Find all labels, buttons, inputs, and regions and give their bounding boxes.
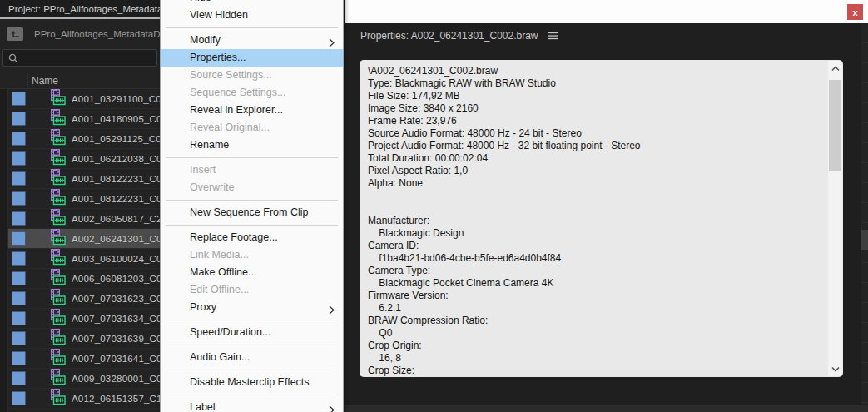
clip-row[interactable]: A001_05291125_C00: [8, 129, 160, 149]
properties-panel: Properties: A002_06241301_C002.braw \A00…: [345, 23, 861, 405]
search-input[interactable]: [23, 52, 140, 64]
clip-name: A001_08122231_C00: [72, 174, 160, 184]
clip-label-color: [12, 291, 26, 305]
search-box[interactable]: [2, 49, 157, 67]
av-clip-icon: [48, 309, 67, 329]
clip-row[interactable]: A007_07031634_C00: [8, 309, 160, 329]
menu-item[interactable]: Properties...: [161, 49, 343, 67]
menu-item[interactable]: Proxy: [161, 299, 343, 316]
menu-item[interactable]: Modify: [161, 32, 343, 49]
clip-row[interactable]: A003_06100024_C01: [8, 249, 160, 269]
clip-row[interactable]: A001_08122231_C00: [8, 169, 160, 189]
menu-item-label: Overwrite: [190, 181, 234, 193]
clip-label-color: [12, 271, 26, 285]
clip-name: A001_03291100_C00: [72, 94, 160, 104]
menu-item[interactable]: Make Offline...: [161, 264, 343, 281]
list-column-headers: Name: [0, 73, 160, 89]
menu-item-label: Properties...: [190, 52, 246, 63]
menu-item[interactable]: New Sequence From Clip: [161, 204, 343, 221]
clip-name: A007_07031623_C00: [72, 294, 160, 304]
menu-item[interactable]: Replace Footage...: [161, 229, 343, 246]
clip-row[interactable]: A001_06212038_C04: [8, 149, 160, 169]
project-tab[interactable]: Project: PPro_Allfootages_MetadataD: [8, 4, 160, 14]
clip-row[interactable]: A007_07031639_C00: [8, 329, 160, 349]
av-clip-icon: [48, 389, 67, 409]
menu-item-label: Insert: [190, 164, 216, 176]
clip-row[interactable]: A007_07031623_C00: [8, 289, 160, 309]
clip-label-color: [12, 231, 26, 246]
clip-row[interactable]: A001_08122231_C00: [8, 189, 160, 209]
app-window: Project: PPro_Allfootages_MetadataD PPro…: [0, 0, 868, 412]
menu-separator: [166, 370, 338, 370]
menu-item-label: Disable Masterclip Effects: [190, 376, 310, 388]
close-button[interactable]: x: [847, 4, 863, 20]
clip-name: A003_06100024_C01: [72, 254, 160, 264]
menu-separator: [166, 395, 338, 395]
scroll-down-icon[interactable]: [828, 362, 842, 375]
project-panel: Project: PPro_Allfootages_MetadataD PPro…: [0, 0, 160, 412]
av-clip-icon: [48, 249, 67, 269]
menu-item[interactable]: Hide: [161, 0, 343, 7]
clip-label-color: [12, 371, 26, 385]
clip-label-color: [12, 112, 26, 126]
submenu-arrow-icon: [329, 303, 335, 320]
clip-label-color: [12, 311, 26, 325]
av-clip-icon: [48, 209, 67, 229]
submenu-arrow-icon: [329, 403, 335, 412]
menu-item[interactable]: Rename: [161, 137, 343, 154]
menu-item[interactable]: Label: [161, 399, 343, 412]
navigate-up-icon: [10, 30, 20, 38]
menu-item[interactable]: Speed/Duration...: [161, 324, 343, 341]
clip-name: A006_06081203_C02: [72, 274, 160, 284]
menu-item[interactable]: Audio Gain...: [161, 349, 343, 366]
menu-item-label: Edit Offline...: [190, 284, 249, 295]
active-tab-underline: [0, 17, 160, 19]
clip-row[interactable]: A007_07031641_C00: [8, 349, 160, 369]
av-clip-icon: [48, 289, 67, 309]
menu-item[interactable]: View Hidden: [161, 7, 343, 24]
navigate-up-button[interactable]: [7, 27, 23, 41]
menu-item[interactable]: Reveal in Explorer...: [161, 102, 343, 119]
av-clip-icon: [48, 269, 67, 289]
properties-titlebar[interactable]: x: [345, 0, 868, 23]
scroll-up-icon[interactable]: [828, 62, 842, 75]
properties-title: Properties: A002_06241301_C002.braw: [360, 30, 538, 42]
clip-row[interactable]: A009_03280001_C00: [8, 369, 160, 389]
scrollbar[interactable]: [828, 61, 842, 376]
menu-item-label: Reveal in Explorer...: [190, 104, 283, 116]
menu-item: Link Media...: [161, 246, 343, 264]
clip-row[interactable]: A002_06241301_C00: [8, 229, 160, 249]
clip-row[interactable]: A001_04180905_C00: [8, 109, 160, 129]
clip-row[interactable]: A001_03291100_C00: [8, 89, 160, 109]
menu-separator: [166, 320, 338, 320]
av-clip-icon: [48, 129, 67, 149]
menu-item-label: Audio Gain...: [190, 351, 250, 363]
clip-row[interactable]: A002_06050817_C28: [8, 209, 160, 229]
column-header-name[interactable]: Name: [32, 75, 58, 87]
menu-item: Sequence Settings...: [161, 84, 343, 102]
menu-item[interactable]: Disable Masterclip Effects: [161, 374, 343, 391]
properties-panel-header: Properties: A002_06241301_C002.braw: [360, 30, 558, 42]
panel-menu-icon[interactable]: [548, 31, 558, 42]
clip-row[interactable]: A006_06081203_C02: [8, 269, 160, 289]
menu-separator: [166, 157, 338, 158]
properties-window: x Properties: A002_06241301_C002.braw \A…: [345, 0, 868, 412]
menu-item-label: Rename: [190, 139, 229, 151]
clip-name: A009_03280001_C00: [72, 374, 160, 384]
menu-item-label: Modify: [190, 34, 221, 46]
av-clip-icon: [48, 349, 67, 369]
scrollbar-thumb[interactable]: [829, 80, 841, 171]
menu-separator: [166, 345, 338, 345]
menu-item-label: Reveal Original...: [190, 122, 270, 133]
clip-name: A007_07031634_C00: [72, 314, 160, 324]
menu-separator: [166, 225, 338, 226]
clip-row[interactable]: A012_06151357_C10: [8, 389, 160, 409]
menu-item-label: New Sequence From Clip: [190, 206, 308, 218]
column-divider: [27, 73, 28, 89]
menu-item: Source Settings...: [161, 67, 343, 84]
menu-item-label: Link Media...: [190, 249, 249, 261]
properties-text-area: \A002_06241301_C002.braw Type: Blackmagi…: [360, 60, 843, 377]
menu-separator: [166, 27, 338, 28]
bin-navigation-row: PPro_Allfootages_MetadataDis: [0, 23, 160, 45]
menu-item-label: Source Settings...: [190, 69, 272, 81]
